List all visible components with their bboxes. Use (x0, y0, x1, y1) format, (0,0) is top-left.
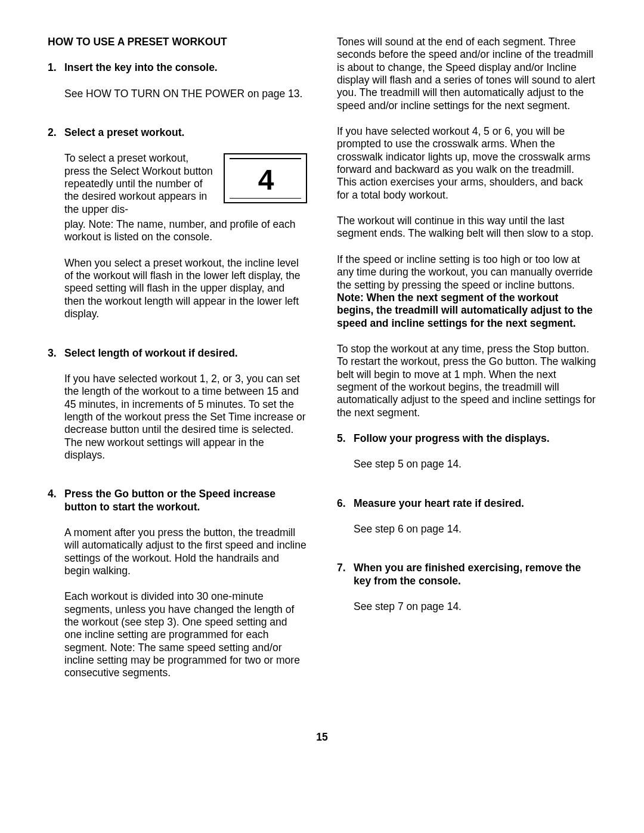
page-number: 15 (0, 731, 644, 744)
step-5: 5. Follow your progress with the display… (337, 432, 596, 484)
paragraph: To select a preset workout, press the Se… (64, 152, 215, 216)
step-number: 5. (337, 432, 354, 484)
paragraph-text: If the speed or incline setting is too h… (337, 253, 593, 291)
step-body: Insert the key into the console. See HOW… (64, 61, 307, 113)
paragraph: If you have selected workout 4, 5 or 6, … (337, 125, 596, 202)
step-heading: Insert the key into the console. (64, 61, 307, 74)
step-7: 7. When you are finished exercising, rem… (337, 562, 596, 626)
step-number: 2. (48, 126, 64, 333)
paragraph: To stop the workout at any time, press t… (337, 343, 596, 419)
text-with-figure: To select a preset workout, press the Se… (64, 152, 307, 216)
step-4: 4. Press the Go button or the Speed incr… (48, 488, 307, 692)
step-body: Press the Go button or the Speed increas… (64, 488, 307, 692)
paragraph: If you have selected workout 1, 2, or 3,… (64, 373, 307, 462)
step-heading: Follow your progress with the displays. (354, 432, 596, 445)
step-body: Select a preset workout. To select a pre… (64, 126, 307, 333)
step-heading: Measure your heart rate if desired. (354, 497, 596, 510)
right-column: Tones will sound at the end of each segm… (337, 36, 596, 706)
step-heading: Press the Go button or the Speed increas… (64, 488, 307, 513)
step-body: Select length of workout if desired. If … (64, 347, 307, 475)
paragraph: The workout will continue in this way un… (337, 215, 596, 240)
manual-page: HOW TO USE A PRESET WORKOUT 1. Insert th… (0, 0, 644, 706)
paragraph-with-note: If the speed or incline setting is too h… (337, 253, 596, 330)
paragraph: A moment after you press the button, the… (64, 527, 307, 577)
step-number: 7. (337, 562, 354, 626)
step-1: 1. Insert the key into the console. See … (48, 61, 307, 113)
step-number: 1. (48, 61, 64, 113)
step-heading: Select length of workout if desired. (64, 347, 307, 360)
display-frame-line (230, 158, 301, 159)
paragraph: play. Note: The name, number, and profil… (64, 218, 307, 244)
paragraph: See step 6 on page 14. (354, 523, 596, 535)
paragraph: When you select a preset workout, the in… (64, 257, 307, 321)
paragraph: Each workout is divided into 30 one-minu… (64, 590, 307, 679)
step-heading: When you are finished exercising, remove… (354, 562, 596, 587)
step-heading: Select a preset workout. (64, 126, 307, 139)
step-body: When you are finished exercising, remove… (354, 562, 596, 626)
console-display-figure: 4 (224, 153, 307, 203)
paragraph: See step 5 on page 14. (354, 458, 596, 470)
left-column: HOW TO USE A PRESET WORKOUT 1. Insert th… (48, 36, 307, 706)
step-body: Follow your progress with the displays. … (354, 432, 596, 484)
note-bold: Note: When the next segment of the worko… (337, 292, 593, 329)
step-number: 3. (48, 347, 64, 475)
step-3: 3. Select length of workout if desired. … (48, 347, 307, 475)
section-title: HOW TO USE A PRESET WORKOUT (48, 36, 307, 48)
step-2: 2. Select a preset workout. To select a … (48, 126, 307, 333)
step-body: Measure your heart rate if desired. See … (354, 497, 596, 549)
paragraph: See HOW TO TURN ON THE POWER on page 13. (64, 88, 307, 100)
display-frame-line (230, 198, 301, 199)
step-number: 6. (337, 497, 354, 549)
step-6: 6. Measure your heart rate if desired. S… (337, 497, 596, 549)
paragraph: Tones will sound at the end of each segm… (337, 36, 596, 112)
display-digit: 4 (225, 163, 306, 198)
paragraph: See step 7 on page 14. (354, 600, 596, 613)
step-number: 4. (48, 488, 64, 692)
